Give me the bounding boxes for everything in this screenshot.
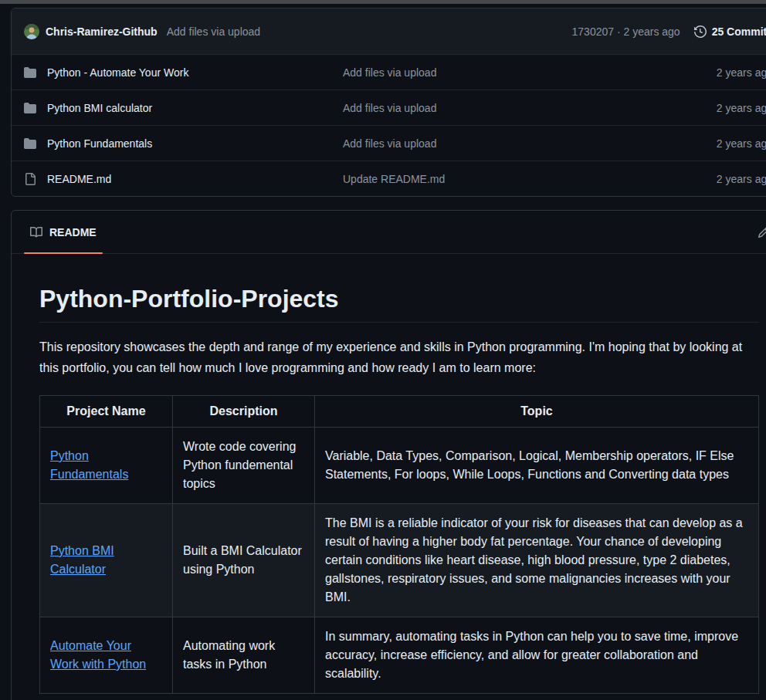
tab-readme[interactable]: README bbox=[24, 211, 103, 253]
pencil-icon bbox=[758, 226, 766, 238]
file-commit-time: 2 years ago bbox=[649, 137, 766, 150]
github-repo-page: { "commit_header": { "author": "Chris-Ra… bbox=[0, 0, 766, 700]
file-row[interactable]: Python Fundamentals Add files via upload… bbox=[12, 125, 766, 161]
table-row: Python BMI Calculator Built a BMI Calcul… bbox=[40, 504, 759, 617]
file-commit-message[interactable]: Add files via upload bbox=[343, 137, 649, 150]
file-row[interactable]: README.md Update README.md 2 years ago bbox=[12, 161, 766, 196]
file-commit-time: 2 years ago bbox=[649, 173, 766, 185]
project-topic: Variable, Data Types, Comparison, Logica… bbox=[315, 428, 759, 504]
commit-message[interactable]: Add files via upload bbox=[167, 25, 260, 38]
commit-meta: 1730207 · 2 years ago 25 Commits bbox=[572, 25, 766, 38]
readme-tab-label: README bbox=[49, 226, 97, 238]
latest-commit-bar: Chris-Ramirez-Github Add files via uploa… bbox=[12, 8, 766, 54]
file-name-cell: README.md bbox=[24, 173, 343, 185]
project-topic: In summary, automating tasks in Python c… bbox=[315, 617, 759, 694]
commit-sha-time[interactable]: 1730207 · 2 years ago bbox=[572, 25, 680, 38]
projects-table: Project Name Description Topic Python Fu… bbox=[39, 395, 759, 694]
folder-icon bbox=[24, 66, 36, 79]
readme-tab-bar: README bbox=[12, 211, 766, 254]
project-description: Wrote code covering Python fundemental t… bbox=[173, 428, 315, 504]
project-topic: The BMI is a reliable indicator of your … bbox=[315, 504, 759, 617]
project-link-python-fundamentals[interactable]: Python Fundamentals bbox=[50, 449, 128, 481]
active-tab-underline bbox=[24, 252, 103, 254]
file-name-link[interactable]: README.md bbox=[47, 173, 111, 185]
readme-content: Python-Portfolio-Projects This repositor… bbox=[12, 254, 766, 700]
file-commit-message[interactable]: Update README.md bbox=[343, 173, 649, 185]
file-row[interactable]: Python BMI calculator Add files via uplo… bbox=[12, 90, 766, 125]
column-header-description: Description bbox=[173, 396, 315, 428]
column-header-project-name: Project Name bbox=[40, 396, 173, 428]
project-description: Automating work tasks in Python bbox=[173, 617, 315, 694]
file-row[interactable]: Python - Automate Your Work Add files vi… bbox=[12, 54, 766, 90]
commit-history-link[interactable]: 25 Commits bbox=[694, 25, 766, 38]
project-link-automate-your-work[interactable]: Automate Your Work with Python bbox=[50, 639, 146, 671]
file-name-link[interactable]: Python Fundamentals bbox=[47, 137, 152, 150]
readme-panel: README Python-Portfolio-Projects This re… bbox=[11, 210, 766, 700]
folder-icon bbox=[24, 102, 36, 114]
file-name-link[interactable]: Python - Automate Your Work bbox=[47, 66, 188, 79]
file-name-cell: Python BMI calculator bbox=[24, 102, 343, 114]
file-name-link[interactable]: Python BMI calculator bbox=[47, 102, 152, 114]
table-row: Automate Your Work with Python Automatin… bbox=[40, 617, 759, 694]
folder-icon bbox=[24, 137, 36, 150]
file-browser-panel: Chris-Ramirez-Github Add files via uploa… bbox=[11, 8, 766, 197]
file-commit-message[interactable]: Add files via upload bbox=[343, 102, 649, 114]
window-top-strip bbox=[0, 0, 766, 4]
readme-title: Python-Portfolio-Projects bbox=[39, 283, 759, 323]
project-description: Built a BMI Calculator using Python bbox=[173, 504, 315, 617]
commits-count-label: 25 Commits bbox=[712, 25, 766, 38]
project-link-python-bmi-calculator[interactable]: Python BMI Calculator bbox=[50, 544, 114, 576]
history-icon bbox=[694, 25, 707, 38]
file-name-cell: Python Fundamentals bbox=[24, 137, 343, 150]
file-commit-time: 2 years ago bbox=[649, 66, 766, 79]
commit-author[interactable]: Chris-Ramirez-Github bbox=[46, 25, 158, 38]
column-header-topic: Topic bbox=[315, 396, 759, 428]
book-icon bbox=[30, 226, 42, 238]
file-commit-time: 2 years ago bbox=[649, 102, 766, 114]
file-icon bbox=[24, 173, 36, 185]
table-row: Python Fundamentals Wrote code covering … bbox=[40, 428, 759, 504]
table-header-row: Project Name Description Topic bbox=[40, 396, 759, 428]
readme-intro: This repository showcases the depth and … bbox=[39, 336, 759, 378]
file-commit-message[interactable]: Add files via upload bbox=[343, 66, 649, 79]
edit-readme-button[interactable] bbox=[754, 223, 766, 242]
file-name-cell: Python - Automate Your Work bbox=[24, 66, 343, 79]
avatar[interactable] bbox=[24, 24, 39, 39]
